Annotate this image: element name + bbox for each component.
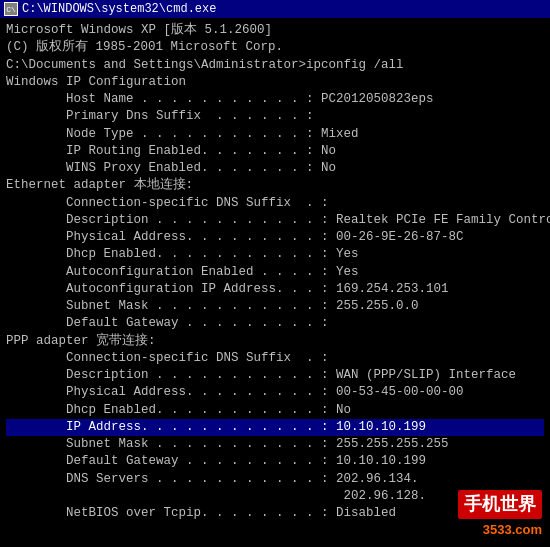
title-bar: C\ C:\WINDOWS\system32\cmd.exe [0, 0, 550, 18]
window-icon: C\ [4, 2, 18, 16]
terminal-content: Microsoft Windows XP [版本 5.1.2600](C) 版权… [6, 22, 544, 522]
terminal-line-l25: PPP adapter 宽带连接: [6, 333, 544, 350]
terminal-line-l4: C:\Documents and Settings\Administrator>… [6, 57, 544, 74]
terminal-line-l2: (C) 版权所有 1985-2001 Microsoft Corp. [6, 39, 544, 56]
terminal-line-l34: DNS Servers . . . . . . . . . . . : 202.… [6, 471, 544, 488]
terminal-line-l32: Subnet Mask . . . . . . . . . . . : 255.… [6, 436, 544, 453]
terminal-line-l22: Subnet Mask . . . . . . . . . . . : 255.… [6, 298, 544, 315]
terminal-line-l8: Host Name . . . . . . . . . . . : PC2012… [6, 91, 544, 108]
terminal-line-l14: Ethernet adapter 本地连接: [6, 177, 544, 194]
cmd-window: C\ C:\WINDOWS\system32\cmd.exe Microsoft… [0, 0, 550, 547]
terminal-line-l6: Windows IP Configuration [6, 74, 544, 91]
watermark: 手机世界 3533.com [458, 490, 542, 539]
terminal-line-l21: Autoconfiguration IP Address. . . : 169.… [6, 281, 544, 298]
terminal-line-l20: Autoconfiguration Enabled . . . . : Yes [6, 264, 544, 281]
terminal-line-l16: Connection-specific DNS Suffix . : [6, 195, 544, 212]
terminal-line-l19: Dhcp Enabled. . . . . . . . . . . : Yes [6, 246, 544, 263]
terminal-line-l11: IP Routing Enabled. . . . . . . : No [6, 143, 544, 160]
terminal-line-l9: Primary Dns Suffix . . . . . . : [6, 108, 544, 125]
terminal-line-l29: Physical Address. . . . . . . . . : 00-5… [6, 384, 544, 401]
terminal-line-l17: Description . . . . . . . . . . . : Real… [6, 212, 544, 229]
terminal-line-l23: Default Gateway . . . . . . . . . : [6, 315, 544, 332]
watermark-logo: 手机世界 [458, 490, 542, 519]
terminal-line-l10: Node Type . . . . . . . . . . . : Mixed [6, 126, 544, 143]
terminal-line-l30: Dhcp Enabled. . . . . . . . . . . : No [6, 402, 544, 419]
terminal-line-l33: Default Gateway . . . . . . . . . : 10.1… [6, 453, 544, 470]
terminal-line-l18: Physical Address. . . . . . . . . : 00-2… [6, 229, 544, 246]
window-title: C:\WINDOWS\system32\cmd.exe [22, 2, 546, 16]
terminal-body: Microsoft Windows XP [版本 5.1.2600](C) 版权… [0, 18, 550, 547]
terminal-line-l1: Microsoft Windows XP [版本 5.1.2600] [6, 22, 544, 39]
watermark-url: 3533.com [483, 521, 542, 539]
terminal-line-l12: WINS Proxy Enabled. . . . . . . : No [6, 160, 544, 177]
terminal-line-l31: IP Address. . . . . . . . . . . . : 10.1… [6, 419, 544, 436]
terminal-line-l28: Description . . . . . . . . . . . : WAN … [6, 367, 544, 384]
terminal-line-l27: Connection-specific DNS Suffix . : [6, 350, 544, 367]
